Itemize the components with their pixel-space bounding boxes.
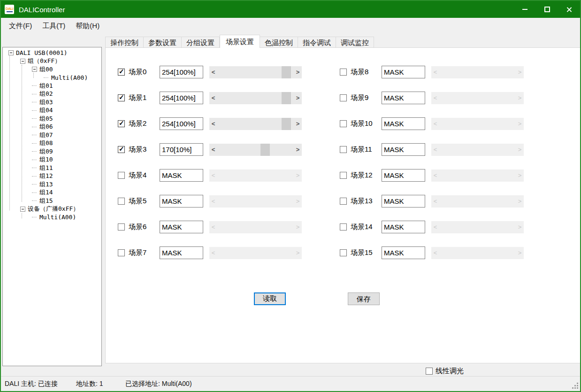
tab-grouping-settings[interactable]: 分组设置 bbox=[182, 37, 220, 48]
tree-connector-icon bbox=[32, 85, 37, 86]
scene-value-input[interactable]: MASK bbox=[160, 221, 203, 233]
tree-node[interactable]: Multi(A00) bbox=[3, 213, 101, 222]
tree-node[interactable]: 设备（广播0xFF） bbox=[3, 205, 101, 214]
tab-color-temp-control[interactable]: 色温控制 bbox=[260, 37, 298, 48]
scene-value-input[interactable]: MASK bbox=[382, 66, 425, 78]
close-button[interactable] bbox=[558, 1, 580, 18]
scene-row: 场景5MASK<> bbox=[118, 192, 302, 218]
scrollbar-thumb[interactable] bbox=[282, 66, 291, 78]
scene-checkbox[interactable] bbox=[340, 198, 347, 205]
scroll-left-arrow-icon[interactable]: < bbox=[209, 92, 217, 104]
collapse-expander-icon[interactable] bbox=[20, 207, 25, 212]
scene-checkbox[interactable] bbox=[118, 69, 125, 76]
minimize-button[interactable] bbox=[514, 1, 536, 18]
scroll-right-arrow-icon[interactable]: > bbox=[294, 66, 302, 78]
scene-value-input[interactable]: 170[10%] bbox=[160, 143, 203, 156]
tab-parameter-settings[interactable]: 参数设置 bbox=[144, 37, 182, 48]
collapse-expander-icon[interactable] bbox=[32, 67, 37, 72]
scene-value-input[interactable]: MASK bbox=[160, 195, 203, 208]
scene-checkbox[interactable] bbox=[340, 120, 347, 127]
scene-value-input[interactable]: 254[100%] bbox=[160, 92, 203, 104]
tree-node[interactable]: 组10 bbox=[3, 156, 101, 164]
scene-checkbox[interactable] bbox=[118, 172, 125, 179]
tree-node[interactable]: Multi(A00) bbox=[3, 74, 101, 82]
tree-node[interactable]: 组（0xFF） bbox=[3, 57, 101, 66]
menu-help[interactable]: 帮助(H) bbox=[70, 19, 105, 33]
menu-file[interactable]: 文件(F) bbox=[4, 19, 37, 33]
read-button[interactable]: 读取 bbox=[254, 292, 286, 305]
collapse-expander-icon[interactable] bbox=[8, 50, 14, 55]
scene-row: 场景6MASK<> bbox=[118, 218, 302, 244]
tree-node-label: 组12 bbox=[39, 172, 53, 180]
save-button[interactable]: 保存 bbox=[348, 292, 380, 305]
scroll-left-arrow-icon[interactable]: < bbox=[209, 66, 217, 78]
tree-node[interactable]: 组12 bbox=[3, 172, 101, 181]
scene-checkbox[interactable] bbox=[340, 94, 347, 101]
scene-scrollbar[interactable]: <> bbox=[209, 144, 302, 156]
tree-node[interactable]: 组03 bbox=[3, 98, 101, 107]
scrollbar-thumb[interactable] bbox=[282, 92, 291, 104]
menu-tools[interactable]: 工具(T) bbox=[37, 19, 70, 33]
tree-node[interactable]: 组01 bbox=[3, 82, 101, 90]
scene-value-input[interactable]: MASK bbox=[382, 169, 425, 182]
scene-checkbox[interactable] bbox=[118, 94, 125, 101]
scroll-left-arrow-icon: < bbox=[431, 169, 439, 182]
tab-operation-control[interactable]: 操作控制 bbox=[105, 37, 144, 48]
scene-value-input[interactable]: MASK bbox=[382, 246, 425, 259]
scene-checkbox[interactable] bbox=[340, 172, 347, 179]
tree-node[interactable]: 组09 bbox=[3, 147, 101, 156]
scene-scrollbar: <> bbox=[431, 92, 524, 104]
tree-node[interactable]: 组02 bbox=[3, 90, 101, 99]
tree-node[interactable]: 组00 bbox=[3, 65, 101, 74]
scrollbar-thumb[interactable] bbox=[282, 118, 291, 130]
scene-value-input[interactable]: MASK bbox=[382, 143, 425, 156]
scene-scrollbar[interactable]: <> bbox=[209, 66, 302, 78]
scene-checkbox[interactable] bbox=[118, 146, 125, 153]
resize-grip[interactable] bbox=[572, 383, 579, 389]
scene-value-input[interactable]: 254[100%] bbox=[160, 117, 203, 130]
maximize-button[interactable] bbox=[536, 1, 558, 18]
scene-checkbox[interactable] bbox=[118, 223, 125, 231]
scene-value-input[interactable]: MASK bbox=[160, 169, 203, 182]
scene-scrollbar[interactable]: <> bbox=[209, 92, 302, 104]
scene-value-input[interactable]: MASK bbox=[382, 221, 425, 233]
collapse-expander-icon[interactable] bbox=[20, 59, 25, 64]
tree-node[interactable]: 组05 bbox=[3, 115, 101, 123]
scene-checkbox[interactable] bbox=[118, 249, 125, 256]
tree-node[interactable]: 组08 bbox=[3, 139, 101, 148]
scene-scrollbar[interactable]: <> bbox=[209, 118, 302, 130]
scene-checkbox[interactable] bbox=[340, 223, 347, 231]
scene-checkbox[interactable] bbox=[118, 120, 125, 127]
tree-node[interactable]: 组07 bbox=[3, 131, 101, 139]
tree-node[interactable]: 组13 bbox=[3, 180, 101, 189]
tree-node[interactable]: 组06 bbox=[3, 123, 101, 131]
tab-command-debug[interactable]: 指令调试 bbox=[298, 37, 336, 48]
tree-node[interactable]: 组14 bbox=[3, 189, 101, 197]
tree-node[interactable]: 组04 bbox=[3, 107, 101, 115]
scroll-left-arrow-icon[interactable]: < bbox=[209, 144, 217, 156]
tree-node[interactable]: 组11 bbox=[3, 164, 101, 172]
scene-value-input[interactable]: MASK bbox=[382, 117, 425, 130]
scrollbar-thumb[interactable] bbox=[260, 144, 270, 156]
tab-debug-monitor[interactable]: 调试监控 bbox=[336, 37, 374, 48]
scene-value-input[interactable]: MASK bbox=[382, 195, 425, 208]
scroll-left-arrow-icon: < bbox=[431, 144, 439, 156]
scene-checkbox[interactable] bbox=[340, 69, 347, 76]
scene-value-input[interactable]: MASK bbox=[160, 246, 203, 259]
linear-dimming-checkbox[interactable] bbox=[426, 368, 433, 375]
scene-checkbox[interactable] bbox=[340, 146, 347, 153]
tab-scene-settings[interactable]: 场景设置 bbox=[220, 35, 260, 48]
scroll-right-arrow-icon[interactable]: > bbox=[294, 92, 302, 104]
scene-value-input[interactable]: MASK bbox=[382, 92, 425, 104]
tree-node[interactable]: 组15 bbox=[3, 197, 101, 205]
scene-label: 场景0 bbox=[129, 68, 146, 77]
scene-column-right: 场景8MASK<>场景9MASK<>场景10MASK<>场景11MASK<>场景… bbox=[340, 63, 524, 270]
tree-node-label: 组（0xFF） bbox=[28, 57, 61, 65]
scroll-right-arrow-icon[interactable]: > bbox=[294, 118, 302, 130]
scene-checkbox[interactable] bbox=[340, 249, 347, 256]
scene-checkbox[interactable] bbox=[118, 198, 125, 205]
scroll-left-arrow-icon[interactable]: < bbox=[209, 118, 217, 130]
scene-value-input[interactable]: 254[100%] bbox=[160, 66, 203, 78]
tree-node[interactable]: DALI USB(0001) bbox=[3, 49, 101, 57]
scroll-right-arrow-icon[interactable]: > bbox=[294, 144, 302, 156]
